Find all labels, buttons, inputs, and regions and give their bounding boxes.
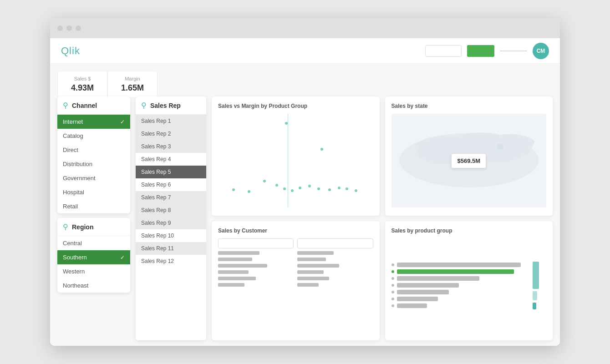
channel-item-government[interactable]: Government	[57, 171, 130, 185]
product-bar-7	[397, 303, 427, 308]
customer-col-1	[218, 238, 294, 332]
scatter-dot-8	[308, 185, 311, 187]
browser-dot-green	[76, 25, 81, 31]
scatter-dot-4	[275, 184, 278, 187]
legend-seg-2	[533, 291, 537, 300]
channel-item-catalog[interactable]: Catalog	[57, 129, 130, 143]
scatter-dot-3	[263, 180, 266, 182]
product-bar-2	[397, 269, 514, 274]
sales-rep-item-10[interactable]: Sales Rep 10	[136, 229, 206, 242]
channel-item-direct[interactable]: Direct	[57, 143, 130, 157]
sales-rep-item-1[interactable]: Sales Rep 1	[136, 115, 206, 127]
nav-green-button[interactable]	[467, 45, 494, 57]
browser-window: Qlik CM Sales $ 4.93M	[50, 18, 560, 346]
product-row-5	[391, 290, 529, 294]
product-dot-4	[391, 284, 394, 287]
sales-rep-item-2[interactable]: Sales Rep 2	[136, 127, 206, 140]
sales-rep-item-3[interactable]: Sales Rep 3	[136, 140, 206, 153]
customer-bar-2-1	[297, 251, 334, 255]
product-row-4	[391, 283, 529, 288]
product-chart-title: Sales by product group	[391, 228, 547, 234]
product-area	[391, 238, 547, 332]
product-bar-1	[397, 263, 521, 267]
sales-rep-item-7[interactable]: Sales Rep 7	[136, 191, 206, 204]
browser-dot-red	[57, 25, 63, 31]
left-panels: ⚲ Channel Internet ✓ Catalog Direct	[57, 96, 130, 340]
channel-item-hospital[interactable]: Hospital	[57, 185, 130, 199]
sales-rep-header: ⚲ Sales Rep	[136, 96, 206, 115]
legend-seg-3	[533, 303, 536, 309]
scatter-vertical-line	[288, 114, 288, 207]
check-icon-southern: ✓	[120, 254, 125, 261]
scatter-dot-10	[328, 188, 331, 191]
product-legend	[533, 238, 546, 332]
scatter-dot-11	[338, 187, 341, 189]
browser-content: Qlik CM Sales $ 4.93M	[50, 38, 560, 346]
check-icon: ✓	[120, 119, 125, 125]
top-nav: Qlik CM	[50, 38, 560, 64]
channel-search-icon: ⚲	[63, 101, 68, 110]
customer-bar-1-1	[218, 251, 259, 255]
scatter-dot-14	[248, 190, 250, 193]
avatar[interactable]: CM	[533, 43, 549, 59]
charts-area: Sales vs Margin by Product Group	[212, 96, 553, 340]
sales-rep-item-11[interactable]: Sales Rep 11	[136, 242, 206, 255]
scatter-area	[218, 114, 373, 207]
scatter-dot-15	[232, 188, 235, 191]
sales-rep-item-5[interactable]: Sales Rep 5	[136, 166, 206, 178]
customer-chart-title: Sales by Customer	[218, 228, 373, 234]
customer-area	[218, 238, 373, 332]
browser-chrome	[50, 18, 560, 38]
scatter-dot-2	[320, 148, 323, 151]
product-dot-5	[391, 291, 394, 293]
customer-search-1[interactable]	[218, 238, 294, 248]
sales-rep-item-8[interactable]: Sales Rep 8	[136, 204, 206, 217]
browser-dot-yellow	[66, 25, 72, 31]
channel-item-retail[interactable]: Retail	[57, 199, 130, 213]
customer-search-2[interactable]	[297, 238, 373, 248]
product-bar-3	[397, 276, 480, 281]
channel-filter-header: ⚲ Channel	[57, 96, 130, 115]
product-dot-6	[391, 298, 394, 300]
product-row-6	[391, 297, 529, 301]
map-background-svg	[391, 114, 547, 191]
product-chart-card: Sales by product group	[385, 221, 553, 340]
sales-rep-item-9[interactable]: Sales Rep 9	[136, 217, 206, 229]
region-filter-title: Region	[72, 223, 93, 231]
region-item-northeast[interactable]: Northeast	[57, 278, 130, 293]
kpi-sales-label: Sales $	[67, 76, 98, 81]
map-area: $569.5M	[391, 114, 547, 207]
app-logo: Qlik	[61, 45, 80, 57]
sales-rep-item-6[interactable]: Sales Rep 6	[136, 178, 206, 191]
nav-search-box[interactable]	[425, 45, 462, 57]
panels-overlay: ⚲ Channel Internet ✓ Catalog Direct	[50, 91, 560, 346]
sales-rep-item-4[interactable]: Sales Rep 4	[136, 153, 206, 166]
product-dot-7	[391, 304, 394, 307]
channel-item-internet[interactable]: Internet ✓	[57, 115, 130, 129]
product-dot-3	[391, 277, 394, 280]
product-row-1	[391, 263, 529, 267]
sales-rep-item-12[interactable]: Sales Rep 12	[136, 255, 206, 268]
sales-rep-title: Sales Rep	[150, 102, 181, 109]
scatter-dot-7	[299, 187, 301, 189]
svg-point-1	[497, 144, 503, 150]
map-chart-card: Sales by state $569.5M	[385, 96, 553, 216]
channel-item-distribution[interactable]: Distribution	[57, 157, 130, 171]
main-area: Sales $ 4.93M Margin 1.65M ⚲ Channel	[50, 64, 560, 346]
region-item-western[interactable]: Western	[57, 264, 130, 278]
customer-bar-1-6	[218, 283, 244, 287]
customer-bar-2-6	[297, 283, 319, 287]
customer-bar-2-5	[297, 277, 329, 280]
region-filter-panel: ⚲ Region Central Southern ✓ Western	[57, 218, 130, 293]
nav-right: CM	[425, 43, 549, 59]
map-tooltip: $569.5M	[451, 153, 486, 168]
nav-tabs	[95, 38, 425, 64]
product-row-7	[391, 303, 529, 308]
customer-bar-1-2	[218, 258, 252, 261]
region-item-central[interactable]: Central	[57, 236, 130, 250]
scatter-dot-6	[291, 189, 294, 192]
region-item-southern[interactable]: Southern ✓	[57, 250, 130, 264]
scatter-dot-1	[285, 122, 288, 125]
customer-bar-2-2	[297, 258, 326, 261]
product-bars	[391, 238, 529, 332]
